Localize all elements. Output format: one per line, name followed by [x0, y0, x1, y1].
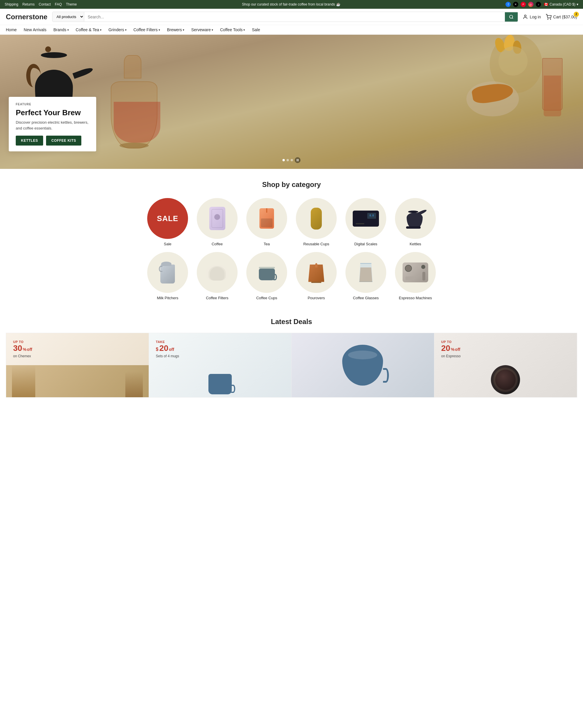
- nav-brewers[interactable]: Brewers▾: [167, 27, 184, 32]
- cart-button[interactable]: 2 Cart ($37.00): [546, 14, 577, 20]
- category-item-kettles[interactable]: Kettles: [393, 198, 437, 246]
- hero-coffee-kits-button[interactable]: COFFEE KITS: [46, 136, 81, 146]
- category-circle-tea: [246, 198, 287, 239]
- hero-carafe-decoration: [111, 55, 163, 149]
- category-item-coffee-glasses[interactable]: Coffee Glasses: [344, 252, 388, 300]
- nav-grinders[interactable]: Grinders▾: [108, 27, 127, 32]
- category-circle-milk-pitchers: [147, 252, 188, 293]
- svg-point-0: [509, 15, 513, 18]
- login-label: Log in: [530, 15, 541, 19]
- category-label-pourovers: Pourovers: [308, 296, 325, 300]
- hero-pause-button[interactable]: [295, 157, 301, 163]
- deal-card-chemex[interactable]: UP TO 30 % off on Chemex: [6, 333, 149, 397]
- faq-link[interactable]: FAQ: [55, 2, 62, 6]
- top-bar-links[interactable]: Shipping Returns Contact FAQ Theme: [5, 2, 77, 6]
- category-label-reusable-cups: Reusable Cups: [303, 242, 329, 246]
- hero-kettles-button[interactable]: KETTLES: [16, 136, 43, 146]
- nav-brands[interactable]: Brands▾: [53, 27, 68, 32]
- country-chevron: ▾: [577, 2, 578, 6]
- deal-text-mugs: TAKE $ 20 off Sets of 4 mugs: [156, 340, 284, 358]
- social-icons: f ✕ P ◎ ♪: [505, 2, 541, 7]
- promo-banner: Shop our curated stock of fair-trade cof…: [77, 2, 505, 6]
- main-nav: Home New Arrivals Brands▾ Coffee & Tea▾ …: [0, 25, 583, 35]
- nav-coffee-filters[interactable]: Coffee Filters▾: [134, 27, 160, 32]
- category-circle-coffee: [197, 198, 238, 239]
- chevron-down-icon: ▾: [212, 28, 213, 31]
- country-selector[interactable]: 🇨🇦 Canada (CAD $) ▾: [544, 2, 578, 6]
- cart-badge: 2: [574, 12, 579, 17]
- category-circle-reusable-cups: [296, 198, 337, 239]
- category-label-tea: Tea: [264, 242, 270, 246]
- category-item-coffee[interactable]: Coffee: [195, 198, 239, 246]
- top-bar: Shipping Returns Contact FAQ Theme Shop …: [0, 0, 583, 9]
- tiktok-icon[interactable]: ♪: [536, 2, 541, 7]
- category-item-digital-scales[interactable]: 0.0 Digital Scales: [344, 198, 388, 246]
- category-grid-row2: Milk Pitchers Coffee Filters Coffee Cup: [146, 252, 437, 300]
- category-item-reusable-cups[interactable]: Reusable Cups: [295, 198, 338, 246]
- search-category-select[interactable]: All productsCoffeeTeaBrewersGrinders: [53, 12, 84, 22]
- hero-pagination: [282, 157, 301, 163]
- category-item-coffee-filters[interactable]: Coffee Filters: [195, 252, 239, 300]
- nav-serveware[interactable]: Serveware▾: [191, 27, 213, 32]
- category-circle-coffee-cups: [246, 252, 287, 293]
- deal-subtitle-mugs: Sets of 4 mugs: [156, 354, 284, 358]
- chevron-down-icon: ▾: [159, 28, 160, 31]
- nav-home[interactable]: Home: [6, 27, 17, 32]
- hero-buttons: KETTLES COFFEE KITS: [16, 136, 89, 146]
- svg-point-4: [550, 19, 551, 19]
- flag-icon: 🇨🇦: [544, 2, 548, 6]
- category-grid-row1: SALE Sale Coffee Tea: [146, 198, 437, 246]
- shipping-link[interactable]: Shipping: [5, 2, 18, 6]
- deal-card-espresso[interactable]: UP TO 20 % off on Espresso: [434, 333, 577, 397]
- hero-banner: FEATURE Perfect Your Brew Discover preci…: [0, 35, 583, 169]
- hero-feature-label: FEATURE: [16, 103, 89, 106]
- chevron-down-icon: ▾: [125, 28, 127, 31]
- deal-amount-mugs: $ 20 off: [156, 344, 284, 353]
- category-item-coffee-cups[interactable]: Coffee Cups: [245, 252, 288, 300]
- search-input[interactable]: [84, 12, 505, 22]
- category-circle-digital-scales: 0.0: [345, 198, 386, 239]
- nav-sale[interactable]: Sale: [252, 27, 260, 32]
- theme-link[interactable]: Theme: [66, 2, 77, 6]
- deals-section-title: Latest Deals: [6, 318, 577, 326]
- category-item-tea[interactable]: Tea: [245, 198, 288, 246]
- category-item-sale[interactable]: SALE Sale: [146, 198, 190, 246]
- category-item-milk-pitchers[interactable]: Milk Pitchers: [146, 252, 190, 300]
- deal-text-chemex: UP TO 30 % off on Chemex: [13, 340, 142, 358]
- pinterest-icon[interactable]: P: [521, 2, 526, 7]
- hero-dot-2[interactable]: [286, 159, 289, 161]
- category-label-espresso-machines: Espresso Machines: [399, 296, 432, 300]
- deal-card-mugs[interactable]: TAKE $ 20 off Sets of 4 mugs: [149, 333, 292, 397]
- facebook-icon[interactable]: f: [505, 2, 511, 7]
- category-item-pourovers[interactable]: Pourovers: [295, 252, 338, 300]
- search-button[interactable]: [505, 12, 518, 22]
- hero-description: Discover precision electric kettles, bre…: [16, 120, 89, 131]
- category-item-espresso-machines[interactable]: Espresso Machines: [393, 252, 437, 300]
- deals-section: Latest Deals UP TO 30 % off on Chemex: [0, 312, 583, 409]
- deal-take-label: TAKE: [156, 340, 284, 344]
- hero-dot-1[interactable]: [282, 159, 285, 161]
- category-label-coffee: Coffee: [212, 242, 223, 246]
- logo[interactable]: Cornerstone: [6, 13, 48, 21]
- deal-text-espresso: UP TO 20 % off on Espresso: [441, 340, 570, 358]
- cart-icon: [546, 14, 552, 20]
- login-link[interactable]: Log in: [523, 14, 541, 20]
- svg-line-1: [512, 18, 513, 19]
- instagram-icon[interactable]: ◎: [528, 2, 533, 7]
- nav-coffee-tools[interactable]: Coffee Tools▾: [220, 27, 245, 32]
- category-circle-espresso-machines: [395, 252, 436, 293]
- nav-coffee-tea[interactable]: Coffee & Tea▾: [76, 27, 102, 32]
- hero-glass-decoration: [542, 58, 565, 116]
- nav-new-arrivals[interactable]: New Arrivals: [24, 27, 46, 32]
- category-label-milk-pitchers: Milk Pitchers: [157, 296, 178, 300]
- twitter-icon[interactable]: ✕: [513, 2, 518, 7]
- deal-prefix-espresso: UP TO: [441, 340, 570, 344]
- contact-link[interactable]: Contact: [39, 2, 51, 6]
- returns-link[interactable]: Returns: [23, 2, 35, 6]
- hero-dot-3[interactable]: [290, 159, 293, 161]
- svg-point-3: [548, 19, 548, 19]
- deal-card-mug-photo[interactable]: [292, 333, 434, 397]
- category-circle-kettles: [395, 198, 436, 239]
- header-actions: Log in 2 Cart ($37.00): [523, 14, 577, 20]
- hero-food-decoration: [466, 81, 525, 122]
